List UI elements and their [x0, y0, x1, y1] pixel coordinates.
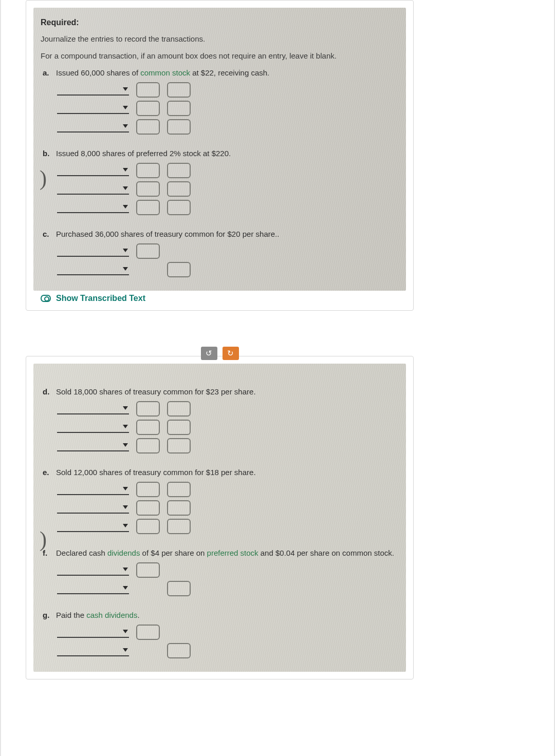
question-photo-1: Required: Journalize the entries to reco…: [33, 8, 406, 291]
account-select[interactable]: [57, 440, 129, 451]
journal-row: [57, 625, 399, 640]
credit-input[interactable]: [167, 82, 191, 98]
item-f-mid: of $4 per share on: [140, 549, 207, 557]
item-f-pre: Declared cash: [56, 549, 107, 557]
item-letter-a: a.: [43, 68, 52, 77]
credit-input[interactable]: [167, 420, 191, 435]
question-photo-2: d. Sold 18,000 shares of treasury common…: [33, 364, 406, 672]
item-text-d: Sold 18,000 shares of treasury common fo…: [56, 387, 256, 396]
account-select[interactable]: [57, 645, 129, 656]
instruction-1: Journalize the entries to record the tra…: [41, 34, 399, 43]
eye-icon: [41, 295, 51, 302]
debit-input[interactable]: [136, 82, 160, 98]
debit-input[interactable]: [136, 519, 160, 534]
debit-input[interactable]: [136, 119, 160, 135]
credit-input[interactable]: [167, 401, 191, 417]
credit-input[interactable]: [167, 119, 191, 135]
redo-icon: ↻: [227, 349, 234, 358]
item-letter-d: d.: [43, 387, 52, 396]
item-f: f. Declared cash dividends of $4 per sha…: [43, 549, 399, 596]
redo-button[interactable]: ↻: [223, 347, 239, 360]
account-select[interactable]: [57, 103, 129, 114]
account-select[interactable]: [57, 484, 129, 495]
instruction-2: For a compound transaction, if an amount…: [41, 51, 399, 60]
credit-input[interactable]: [167, 181, 191, 197]
show-transcribed-button[interactable]: Show Transcribed Text: [33, 291, 406, 303]
credit-input[interactable]: [167, 438, 191, 453]
account-select[interactable]: [57, 165, 129, 176]
journal-row: [57, 401, 399, 417]
item-c: c. Purchased 36,000 shares of treasury c…: [43, 230, 399, 277]
question-card-1: Required: Journalize the entries to reco…: [26, 0, 414, 311]
account-select[interactable]: [57, 403, 129, 414]
credit-input[interactable]: [167, 262, 191, 277]
item-letter-f: f.: [43, 549, 52, 557]
journal-row: [57, 420, 399, 435]
credit-input[interactable]: [167, 101, 191, 116]
debit-input[interactable]: [136, 200, 160, 215]
item-letter-g: g.: [43, 611, 52, 619]
journal-row: [57, 581, 399, 596]
account-select[interactable]: [57, 521, 129, 532]
required-heading: Required:: [41, 18, 399, 27]
account-select[interactable]: [57, 564, 129, 576]
account-select[interactable]: [57, 121, 129, 133]
account-select[interactable]: [57, 202, 129, 213]
item-letter-c: c.: [43, 230, 52, 238]
credit-input[interactable]: [167, 500, 191, 516]
journal-row: [57, 500, 399, 516]
debit-input[interactable]: [136, 420, 160, 435]
credit-input[interactable]: [167, 581, 191, 596]
item-text-a: Issued 60,000 shares of common stock at …: [56, 68, 269, 77]
account-select[interactable]: [57, 422, 129, 433]
debit-input[interactable]: [136, 500, 160, 516]
credit-input[interactable]: [167, 519, 191, 534]
debit-input[interactable]: [136, 482, 160, 497]
debit-input[interactable]: [136, 101, 160, 116]
journal-row: [57, 163, 399, 178]
item-text-e: Sold 12,000 shares of treasury common fo…: [56, 468, 256, 477]
journal-row: [57, 562, 399, 578]
debit-input[interactable]: [136, 562, 160, 578]
item-a-pre: Issued 60,000 shares of: [56, 68, 140, 77]
credit-input[interactable]: [167, 200, 191, 215]
item-text-b: Issued 8,000 shares of preferred 2% stoc…: [56, 149, 231, 158]
debit-input[interactable]: [136, 181, 160, 197]
journal-row: [57, 243, 399, 259]
item-g: g. Paid the cash dividends.: [43, 611, 399, 658]
debit-input[interactable]: [136, 438, 160, 453]
credit-input[interactable]: [167, 482, 191, 497]
credit-input[interactable]: [167, 163, 191, 178]
toolbar: ↺ ↻: [26, 347, 414, 360]
account-select[interactable]: [57, 583, 129, 594]
debit-input[interactable]: [136, 163, 160, 178]
item-g-post: .: [137, 611, 139, 619]
account-select[interactable]: [57, 264, 129, 275]
term-dividends: dividends: [107, 549, 140, 557]
item-g-pre: Paid the: [56, 611, 86, 619]
debit-input[interactable]: [136, 243, 160, 259]
paren-icon: ): [40, 528, 47, 550]
show-transcribed-label: Show Transcribed Text: [56, 294, 145, 303]
item-letter-b: b.: [43, 149, 52, 158]
journal-row: [57, 181, 399, 197]
item-a-post: at $22, receiving cash.: [190, 68, 269, 77]
journal-row: [57, 119, 399, 135]
journal-row: [57, 519, 399, 534]
item-f-post: and $0.04 per share on common stock.: [258, 549, 394, 557]
debit-input[interactable]: [136, 401, 160, 417]
paren-icon: ): [40, 167, 47, 189]
journal-row: [57, 200, 399, 215]
item-e: e. Sold 12,000 shares of treasury common…: [43, 468, 399, 534]
undo-button[interactable]: ↺: [201, 347, 217, 360]
term-common-stock: common stock: [140, 68, 190, 77]
term-preferred-stock: preferred stock: [207, 549, 258, 557]
account-select[interactable]: [57, 627, 129, 638]
debit-input[interactable]: [136, 625, 160, 640]
account-select[interactable]: [57, 84, 129, 96]
account-select[interactable]: [57, 245, 129, 257]
account-select[interactable]: [57, 183, 129, 195]
term-cash-dividends: cash dividends: [86, 611, 137, 619]
credit-input[interactable]: [167, 643, 191, 658]
account-select[interactable]: [57, 502, 129, 514]
